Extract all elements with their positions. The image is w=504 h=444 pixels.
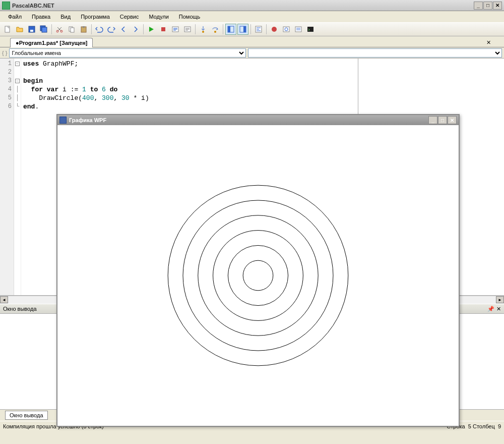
- wpf-titlebar[interactable]: Графика WPF _ □ ✕: [57, 115, 459, 125]
- svg-point-21: [272, 27, 277, 32]
- layout-1-button[interactable]: [225, 24, 236, 35]
- redo-button[interactable]: [106, 24, 117, 35]
- save-button[interactable]: [26, 24, 37, 35]
- wpf-close-button[interactable]: ✕: [448, 116, 457, 124]
- svg-point-26: [243, 260, 273, 291]
- toolbar: [0, 22, 504, 36]
- svg-rect-19: [243, 26, 246, 32]
- minimize-button[interactable]: _: [474, 2, 483, 10]
- output-title: Окно вывода: [3, 306, 37, 312]
- scroll-left-button[interactable]: ◄: [0, 296, 8, 303]
- fold-toggle[interactable]: −: [15, 62, 20, 66]
- wpf-minimize-button[interactable]: _: [428, 116, 437, 124]
- nav-forward-button[interactable]: [130, 24, 141, 35]
- menu-program[interactable]: Программа: [77, 12, 114, 21]
- line-gutter: 1 2 3 4 5 6: [0, 59, 14, 295]
- names-bar: { } Глобальные имена: [0, 47, 504, 59]
- svg-rect-24: [295, 27, 301, 32]
- svg-rect-2: [30, 30, 33, 32]
- maximize-button[interactable]: □: [483, 2, 492, 10]
- output-tab[interactable]: Окно вывода: [5, 411, 48, 420]
- names-dropdown-left[interactable]: Глобальные имена: [9, 48, 246, 58]
- svg-rect-4: [42, 27, 47, 32]
- watch-button[interactable]: [281, 24, 292, 35]
- wpf-title: Графика WPF: [69, 117, 106, 123]
- svg-point-14: [202, 31, 204, 33]
- open-file-button[interactable]: [14, 24, 25, 35]
- close-button[interactable]: ✕: [493, 2, 502, 10]
- wpf-canvas: [57, 125, 459, 426]
- braces-icon: { }: [2, 50, 7, 56]
- stop-button[interactable]: [158, 24, 169, 35]
- comment-button[interactable]: [170, 24, 181, 35]
- step-into-button[interactable]: [198, 24, 209, 35]
- wpf-maximize-button[interactable]: □: [438, 116, 447, 124]
- fold-toggle[interactable]: −: [15, 79, 20, 83]
- svg-point-28: [213, 231, 303, 321]
- svg-rect-25: [307, 27, 313, 32]
- svg-rect-0: [5, 26, 10, 32]
- paste-button[interactable]: [78, 24, 89, 35]
- pin-icon[interactable]: 📌: [487, 306, 494, 312]
- cut-button[interactable]: [54, 24, 65, 35]
- console-button[interactable]: [305, 24, 316, 35]
- new-file-button[interactable]: [2, 24, 13, 35]
- fold-column: − − │ │ └: [14, 59, 21, 295]
- main-titlebar: PascalABC.NET _ □ ✕: [0, 0, 504, 11]
- menu-service[interactable]: Сервис: [116, 12, 143, 21]
- uncomment-button[interactable]: [182, 24, 193, 35]
- output-close-button[interactable]: ✕: [496, 306, 501, 312]
- save-all-button[interactable]: [38, 24, 49, 35]
- svg-rect-11: [161, 27, 165, 31]
- names-dropdown-right[interactable]: [248, 48, 502, 58]
- tabbar: ●Program1.pas* [Запущен] ✕: [0, 36, 504, 47]
- menu-modules[interactable]: Модули: [145, 12, 172, 21]
- wpf-app-icon: [59, 117, 67, 124]
- run-button[interactable]: [146, 24, 157, 35]
- editor-tab[interactable]: ●Program1.pas* [Запущен]: [10, 38, 93, 47]
- copy-button[interactable]: [66, 24, 77, 35]
- svg-point-15: [214, 31, 216, 33]
- menubar: Файл Правка Вид Программа Сервис Модули …: [0, 11, 504, 22]
- menu-view[interactable]: Вид: [56, 12, 75, 21]
- tab-close-button[interactable]: ✕: [483, 38, 494, 47]
- svg-rect-8: [71, 28, 74, 32]
- svg-point-29: [198, 215, 318, 336]
- format-button[interactable]: [253, 24, 264, 35]
- locals-button[interactable]: [293, 24, 304, 35]
- scroll-right-button[interactable]: ►: [496, 296, 504, 303]
- nav-back-button[interactable]: [118, 24, 129, 35]
- svg-point-31: [168, 185, 348, 366]
- svg-point-30: [183, 200, 333, 351]
- menu-help[interactable]: Помощь: [175, 12, 205, 21]
- svg-point-27: [228, 245, 288, 305]
- menu-edit[interactable]: Правка: [28, 12, 54, 21]
- app-title: PascalABC.NET: [12, 3, 474, 9]
- step-over-button[interactable]: [210, 24, 221, 35]
- wpf-window[interactable]: Графика WPF _ □ ✕: [56, 114, 460, 427]
- layout-2-button[interactable]: [237, 24, 248, 35]
- menu-file[interactable]: Файл: [4, 12, 26, 21]
- undo-button[interactable]: [94, 24, 105, 35]
- breakpoint-button[interactable]: [269, 24, 280, 35]
- app-icon: [2, 2, 10, 10]
- svg-rect-17: [228, 26, 230, 32]
- svg-rect-10: [83, 26, 85, 28]
